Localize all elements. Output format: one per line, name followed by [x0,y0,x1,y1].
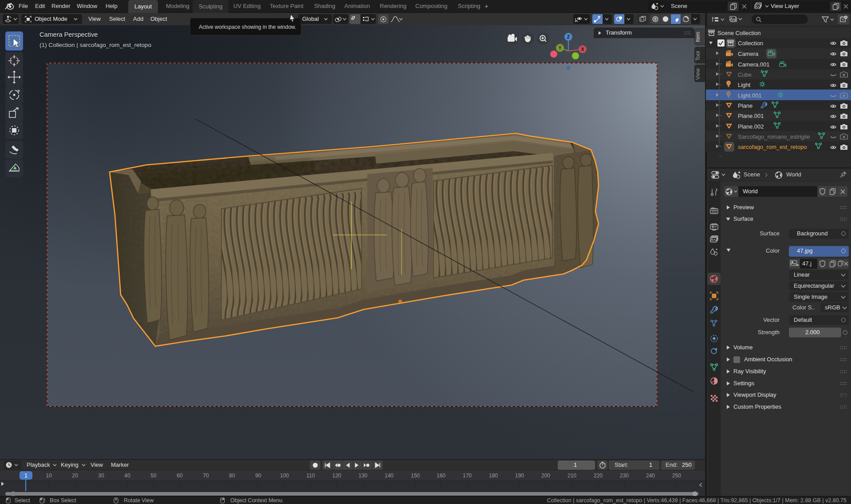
svg-text:sarcofago_rom_est_retopo: sarcofago_rom_est_retopo [738,144,807,150]
svg-text:30: 30 [98,473,104,479]
svg-text:Y: Y [559,46,562,51]
svg-text:70: 70 [203,473,209,479]
svg-text:40: 40 [124,473,130,479]
svg-text:1: 1 [24,473,28,479]
svg-text:X: X [581,47,584,52]
svg-text:80: 80 [229,473,235,479]
svg-text:Camera.001: Camera.001 [738,61,770,68]
svg-text:150: 150 [411,473,420,479]
svg-text:Scene Collection: Scene Collection [717,30,761,36]
svg-text:120: 120 [332,473,341,479]
svg-text:Sarcofago_romano_estrigile: Sarcofago_romano_estrigile [738,133,810,140]
svg-text:130: 130 [359,473,367,479]
svg-text:230: 230 [620,473,629,479]
svg-text:Collection: Collection [738,40,763,47]
svg-text:20: 20 [72,473,78,479]
svg-text:Cube: Cube [738,71,752,78]
svg-text:50: 50 [150,473,157,479]
svg-text:220: 220 [594,473,603,479]
svg-text:Light.001: Light.001 [738,92,762,99]
svg-text:60: 60 [177,473,183,479]
svg-text:180: 180 [489,473,498,479]
svg-text:250: 250 [672,473,681,479]
svg-text:Camera: Camera [738,51,759,57]
svg-text:100: 100 [280,473,289,479]
svg-text:10: 10 [46,473,52,479]
svg-text:210: 210 [567,473,576,479]
svg-text:Z: Z [567,35,570,39]
svg-text:170: 170 [463,473,472,479]
svg-text:Plane.002: Plane.002 [738,123,764,130]
svg-text:190: 190 [515,473,524,479]
svg-text:Plane.001: Plane.001 [738,113,764,119]
svg-text:240: 240 [646,473,655,479]
svg-text:160: 160 [437,473,445,479]
svg-text:140: 140 [385,473,394,479]
svg-text:90: 90 [255,473,261,479]
svg-text:110: 110 [306,473,315,479]
svg-text:Light: Light [738,82,751,88]
svg-text:200: 200 [541,473,550,479]
svg-text:Plane: Plane [738,102,753,109]
